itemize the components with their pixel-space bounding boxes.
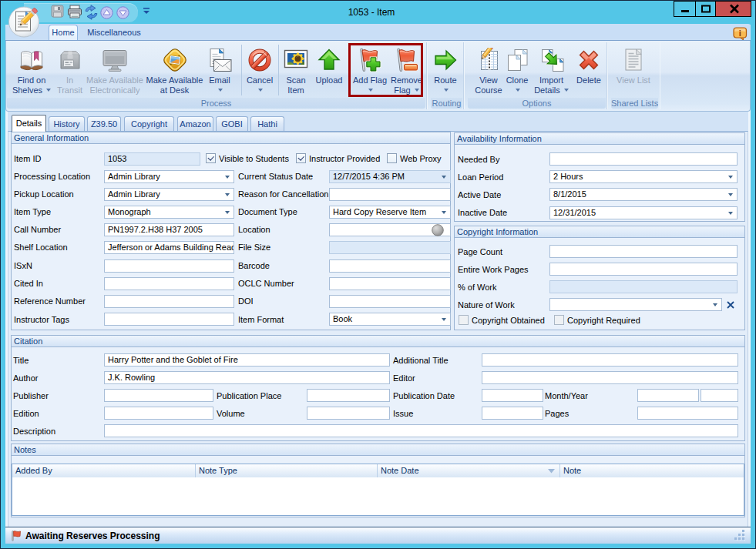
svg-text:i: i — [739, 28, 741, 38]
